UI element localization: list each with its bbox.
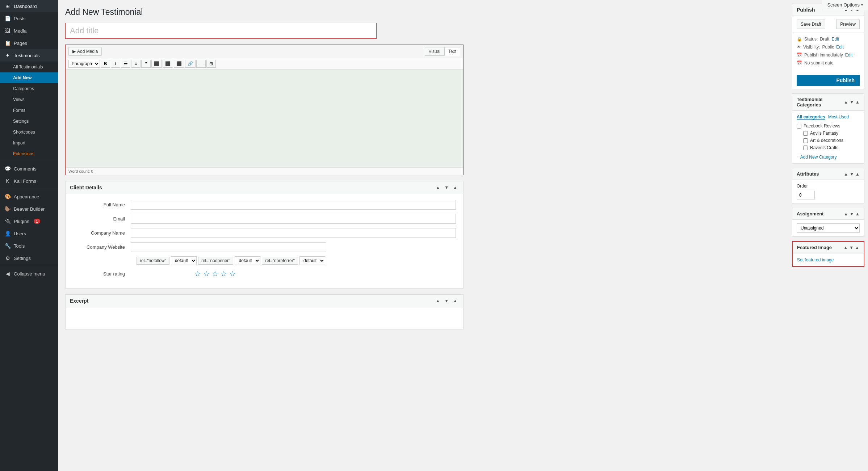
status-edit[interactable]: Edit [831, 37, 839, 42]
sidebar-item-forms[interactable]: Forms [0, 105, 58, 116]
grid-button[interactable]: ⊞ [206, 60, 216, 68]
star-1[interactable]: ☆ [194, 269, 201, 278]
no-submit-label: No submit date [804, 60, 834, 66]
sidebar-item-users[interactable]: 👤 Users [0, 227, 58, 240]
ul-button[interactable]: ☰ [121, 60, 130, 68]
sidebar-item-settings2[interactable]: ⚙ Settings [0, 252, 58, 264]
email-input[interactable] [131, 214, 456, 224]
excerpt-down[interactable]: ▼ [443, 298, 450, 304]
star-4[interactable]: ☆ [221, 269, 227, 278]
assign-up[interactable]: ▲ [844, 211, 848, 216]
more-button[interactable]: — [196, 60, 206, 68]
beaver-builder-icon: 🦫 [4, 206, 11, 212]
feat-up[interactable]: ▲ [843, 245, 848, 250]
cat-checkbox-facebook[interactable] [797, 124, 801, 129]
star-3[interactable]: ☆ [212, 269, 218, 278]
star-2[interactable]: ☆ [203, 269, 210, 278]
cat-down[interactable]: ▼ [850, 100, 854, 105]
add-new-category-link[interactable]: + Add New Category [797, 155, 836, 160]
cat-up[interactable]: ▲ [844, 100, 848, 105]
sidebar-item-views[interactable]: Views [0, 94, 58, 105]
cat-checkbox-raven[interactable] [803, 146, 808, 150]
order-input[interactable] [797, 191, 815, 199]
star-5[interactable]: ☆ [229, 269, 236, 278]
star-rating-label: Star rating [73, 271, 131, 277]
publish-immediately-edit[interactable]: Edit [845, 52, 853, 58]
attributes-header: Attributes ▲ ▼ ▲ [792, 168, 864, 180]
sidebar-item-import[interactable]: Import [0, 138, 58, 148]
assignment-select[interactable]: Unassigned [797, 223, 860, 233]
align-left-button[interactable]: ⬛ [151, 60, 162, 68]
excerpt-collapse[interactable]: ▲ [452, 298, 459, 304]
assign-down[interactable]: ▼ [850, 211, 854, 216]
client-details-collapse[interactable]: ▲ [452, 184, 459, 191]
sidebar-item-all-testimonials[interactable]: All Testimonials [0, 62, 58, 72]
sidebar-item-media[interactable]: 🖼 Media [0, 25, 58, 37]
cat-checkbox-art[interactable] [803, 138, 808, 143]
excerpt-body[interactable] [66, 307, 463, 329]
sidebar-item-kali-forms[interactable]: K Kali Forms [0, 175, 58, 187]
rel-nofollow-select[interactable]: default [171, 256, 197, 265]
sidebar-item-categories[interactable]: Categories [0, 83, 58, 94]
media-icon: 🖼 [4, 28, 11, 34]
sidebar-item-extensions[interactable]: Extensions [0, 148, 58, 159]
excerpt-panel: Excerpt ▲ ▼ ▲ [65, 294, 464, 329]
full-name-input[interactable] [131, 200, 456, 210]
sidebar-label-appearance: Appearance [14, 194, 39, 199]
company-name-input[interactable] [131, 228, 456, 238]
feat-collapse[interactable]: ▲ [855, 245, 859, 250]
sidebar-item-beaver-builder[interactable]: 🦫 Beaver Builder [0, 203, 58, 215]
excerpt-up[interactable]: ▲ [434, 298, 441, 304]
sidebar-item-comments[interactable]: 💬 Comments [0, 163, 58, 175]
editor-body[interactable] [66, 70, 463, 167]
cat-checkbox-aqvils[interactable] [803, 131, 808, 136]
screen-options-bar[interactable]: Screen Options ▾ [822, 0, 868, 10]
attr-up[interactable]: ▲ [844, 172, 848, 177]
client-details-up[interactable]: ▲ [434, 184, 441, 191]
publish-meta: 🔒 Status: Draft Edit 👁 Visibility: Publi… [792, 33, 864, 72]
sidebar-item-appearance[interactable]: 🎨 Appearance [0, 190, 58, 203]
quote-button[interactable]: ❝ [141, 60, 151, 68]
set-featured-image-link[interactable]: Set featured image [797, 257, 834, 262]
sidebar-item-plugins[interactable]: 🔌 Plugins 1 [0, 215, 58, 227]
cat-collapse[interactable]: ▲ [855, 100, 860, 105]
order-label: Order [797, 184, 860, 189]
sidebar-item-testimonials[interactable]: ✦ Testimonials [0, 49, 58, 62]
ol-button[interactable]: ≡ [131, 60, 141, 68]
attr-down[interactable]: ▼ [850, 172, 854, 177]
sidebar-item-shortcodes[interactable]: Shortcodes [0, 127, 58, 138]
editor-tabs: Visual Text [425, 47, 460, 56]
rel-noopener-select[interactable]: default [235, 256, 260, 265]
sidebar-item-settings[interactable]: Settings [0, 116, 58, 127]
sidebar-item-pages[interactable]: 📋 Pages [0, 37, 58, 49]
sidebar-item-collapse[interactable]: ◀ Collapse menu [0, 268, 58, 280]
testimonial-categories-body: All categories Most Used Facebook Review… [792, 111, 864, 163]
add-media-button[interactable]: ▶ Add Media [68, 47, 102, 56]
cat-tab-most-used[interactable]: Most Used [828, 114, 849, 120]
save-draft-button[interactable]: Save Draft [797, 20, 825, 29]
preview-button[interactable]: Preview [836, 20, 860, 29]
cat-tab-all[interactable]: All categories [797, 114, 825, 120]
title-input[interactable] [65, 23, 377, 39]
sidebar-item-tools[interactable]: 🔧 Tools [0, 240, 58, 252]
tab-text[interactable]: Text [444, 47, 460, 56]
align-right-button[interactable]: ⬛ [174, 60, 184, 68]
rel-noreferrer-select[interactable]: default [299, 256, 325, 265]
attr-collapse[interactable]: ▲ [855, 172, 860, 177]
publish-button[interactable]: Publish [797, 75, 860, 86]
feat-down[interactable]: ▼ [849, 245, 854, 250]
tab-visual[interactable]: Visual [425, 47, 444, 56]
align-center-button[interactable]: ⬛ [163, 60, 173, 68]
sidebar-item-dashboard[interactable]: ⊞ Dashboard [0, 0, 58, 12]
format-select[interactable]: Paragraph Heading 1 Heading 2 Heading 3 [68, 60, 100, 68]
assign-collapse[interactable]: ▲ [855, 211, 860, 216]
sidebar-item-posts[interactable]: 📄 Posts [0, 12, 58, 25]
visibility-edit[interactable]: Edit [836, 45, 844, 50]
link-button[interactable]: 🔗 [185, 60, 196, 68]
visibility-row: 👁 Visibility: Public Edit [797, 45, 860, 50]
company-website-input[interactable] [131, 242, 326, 252]
italic-button[interactable]: I [111, 60, 120, 68]
bold-button[interactable]: B [101, 60, 110, 68]
sidebar-item-add-new[interactable]: Add New [0, 72, 58, 83]
client-details-down[interactable]: ▼ [443, 184, 450, 191]
